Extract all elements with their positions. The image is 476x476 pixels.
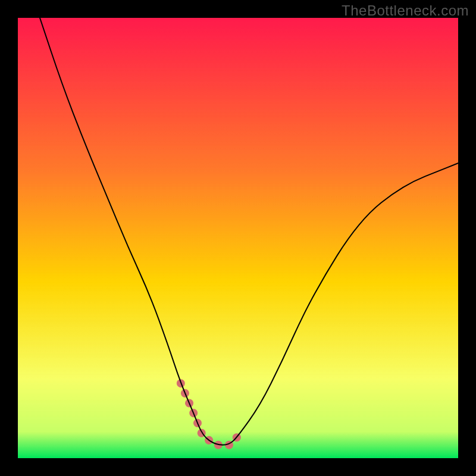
chart-frame: TheBottleneck.com: [0, 0, 476, 476]
watermark-text: TheBottleneck.com: [342, 2, 469, 19]
plot-area: [18, 18, 458, 458]
plot-svg: [18, 18, 458, 458]
gradient-background: [18, 18, 458, 458]
